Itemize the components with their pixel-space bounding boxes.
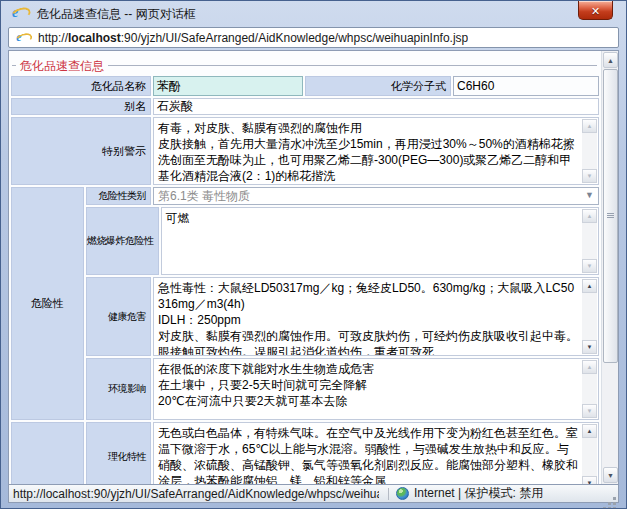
title-bar[interactable]: e 危化品速查信息 -- 网页对话框 ✕ — [1, 1, 626, 26]
scroll-up-icon[interactable]: ▲ — [582, 360, 597, 374]
page-ie-icon: e — [16, 31, 30, 44]
page-client-area: 危化品速查信息 危化品名称 苯酚 化学分子式 C6H60 别名 石炭酸 特别警示 — [8, 50, 619, 485]
close-button[interactable]: ✕ — [578, 1, 613, 20]
textarea-scrollbar[interactable]: ▲ ▼ — [582, 424, 597, 484]
textarea-scrollbar[interactable]: ▲ ▼ — [582, 119, 597, 183]
textarea-scrollbar[interactable]: ▲ ▼ — [582, 360, 597, 418]
hazard-section: 危险性 危险性类别 第6.1类 毒性物质 ▼ — [11, 187, 599, 420]
environment-impact-field: 在很低的浓度下就能对水生生物造成危害 在土壤中，只要2-5天时间就可完全降解 2… — [153, 358, 599, 420]
empty-group-cell — [11, 422, 84, 484]
environment-impact-text[interactable]: 在很低的浓度下就能对水生生物造成危害 在土壤中，只要2-5天时间就可完全降解 2… — [154, 359, 581, 419]
formula-input[interactable]: C6H60 — [453, 76, 599, 96]
hazard-class-label: 危险性类别 — [86, 187, 151, 205]
table-row: 特别警示 有毒，对皮肤、黏膜有强烈的腐蚀作用 皮肤接触，首先用大量清水冲洗至少1… — [11, 117, 599, 185]
health-hazard-text[interactable]: 急性毒性：大鼠经LD50317mg／kg；兔经皮LD50。630mg/kg；大鼠… — [154, 278, 581, 355]
table-row: 理化特性 无色或白色晶体，有特殊气味。在空气中及光线作用下变为粉红色甚至红色。室… — [11, 422, 599, 484]
hazard-class-cell: 第6.1类 毒性物质 ▼ — [153, 187, 599, 205]
window-title: 危化品速查信息 -- 网页对话框 — [37, 6, 196, 23]
scrollbar-grip-icon — [607, 213, 614, 218]
dialog-window: e 危化品速查信息 -- 网页对话框 ✕ e http://localhost:… — [0, 0, 627, 509]
textarea-scrollbar[interactable]: ▲ ▼ — [582, 279, 597, 354]
alias-label: 别名 — [11, 98, 151, 115]
scroll-down-icon[interactable]: ▼ — [582, 476, 597, 484]
chemical-info-table: 危化品名称 苯酚 化学分子式 C6H60 别名 石炭酸 特别警示 有毒，对皮肤、… — [11, 76, 599, 484]
special-warning-label: 特别警示 — [11, 117, 151, 185]
address-url: http://localhost:90/yjzh/UI/SafeArranged… — [38, 31, 468, 45]
scroll-down-icon[interactable]: ▼ — [582, 340, 597, 354]
page-scrollbar[interactable]: ▲ ▼ — [601, 51, 618, 484]
formula-label: 化学分子式 — [305, 76, 451, 96]
status-url: http://localhost:90/yjzh/UI/SafeArranged… — [13, 487, 379, 501]
hazard-class-value: 第6.1类 毒性物质 — [158, 188, 250, 205]
scrollbar-down-icon[interactable]: ▼ — [603, 467, 618, 483]
hazard-group-label: 危险性 — [11, 187, 84, 420]
scroll-up-icon[interactable]: ▲ — [582, 424, 597, 438]
table-row: 别名 石炭酸 — [11, 98, 599, 115]
chevron-down-icon: ▼ — [585, 190, 594, 200]
fire-hazard-text[interactable]: 可燃 — [162, 208, 582, 274]
url-domain: localhost — [68, 31, 121, 45]
table-row: 燃烧爆炸危险性 可燃 ▲ ▼ — [86, 207, 599, 275]
scrollbar-thumb[interactable] — [603, 69, 618, 363]
resize-grip-icon[interactable] — [613, 497, 616, 500]
special-warning-text[interactable]: 有毒，对皮肤、黏膜有强烈的腐蚀作用 皮肤接触，首先用大量清水冲洗至少15min，… — [154, 118, 581, 184]
close-icon: ✕ — [591, 5, 600, 17]
hazard-class-select[interactable]: 第6.1类 毒性物质 ▼ — [153, 187, 599, 205]
scroll-up-icon[interactable]: ▲ — [582, 119, 597, 133]
physchem-label: 理化特性 — [86, 422, 151, 484]
special-warning-field: 有毒，对皮肤、黏膜有强烈的腐蚀作用 皮肤接触，首先用大量清水冲洗至少15min，… — [153, 117, 599, 185]
health-hazard-field: 急性毒性：大鼠经LD50317mg／kg；兔经皮LD50。630mg/kg；大鼠… — [153, 277, 599, 356]
scroll-up-icon[interactable]: ▲ — [582, 209, 597, 223]
scroll-down-icon[interactable]: ▼ — [582, 404, 597, 418]
page-content: 危化品速查信息 危化品名称 苯酚 化学分子式 C6H60 别名 石炭酸 特别警示 — [9, 51, 601, 484]
table-row: 环境影响 在很低的浓度下就能对水生生物造成危害 在土壤中，只要2-5天时间就可完… — [86, 358, 599, 420]
url-path: :90/yjzh/UI/SafeArranged/AidKnowledge/wh… — [121, 31, 469, 45]
internet-zone-globe-icon — [396, 487, 409, 500]
scroll-down-icon[interactable]: ▼ — [582, 259, 597, 273]
table-row: 危化品名称 苯酚 化学分子式 C6H60 — [11, 76, 599, 96]
address-bar: e http://localhost:90/yjzh/UI/SafeArrang… — [8, 27, 619, 48]
status-divider — [388, 488, 389, 500]
fire-hazard-label: 燃烧爆炸危险性 — [86, 207, 159, 275]
chemical-name-input[interactable]: 苯酚 — [153, 76, 303, 96]
fieldset-border: 危化品速查信息 — [12, 65, 597, 66]
textarea-scrollbar[interactable]: ▲ ▼ — [582, 209, 597, 273]
section-title: 危化品速查信息 — [16, 58, 108, 75]
physchem-text[interactable]: 无色或白色晶体，有特殊气味。在空气中及光线作用下变为粉红色甚至红色。室温下微溶于… — [154, 423, 581, 484]
scroll-up-icon[interactable]: ▲ — [582, 279, 597, 293]
scroll-down-icon[interactable]: ▼ — [582, 169, 597, 183]
fire-hazard-field: 可燃 ▲ ▼ — [161, 207, 600, 275]
chemical-name-label: 危化品名称 — [11, 76, 151, 96]
table-row: 健康危害 急性毒性：大鼠经LD50317mg／kg；兔经皮LD50。630mg/… — [86, 277, 599, 356]
health-hazard-label: 健康危害 — [86, 277, 151, 356]
scrollbar-up-icon[interactable]: ▲ — [603, 52, 618, 68]
ie-logo-icon: e — [12, 5, 29, 20]
environment-impact-label: 环境影响 — [86, 358, 151, 420]
url-protocol: http:// — [38, 31, 68, 45]
status-bar: http://localhost:90/yjzh/UI/SafeArranged… — [8, 485, 619, 503]
alias-value: 石炭酸 — [153, 98, 599, 115]
physchem-field: 无色或白色晶体，有特殊气味。在空气中及光线作用下变为粉红色甚至红色。室温下微溶于… — [153, 422, 599, 484]
table-row: 危险性类别 第6.1类 毒性物质 ▼ — [86, 187, 599, 205]
status-zone-text: Internet | 保护模式: 禁用 — [414, 485, 543, 502]
